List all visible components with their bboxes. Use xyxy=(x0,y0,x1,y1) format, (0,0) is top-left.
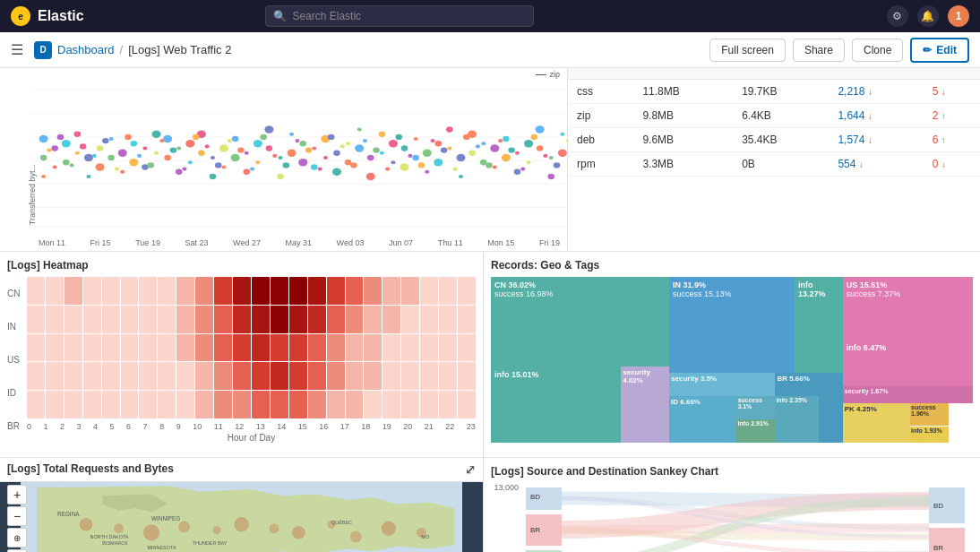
count-arrow-down: ↓ xyxy=(859,160,864,169)
info-235-label: info 2.35% xyxy=(776,397,817,403)
row-type: zip xyxy=(568,104,633,128)
heatmap-cell xyxy=(195,277,213,305)
svg-text:NORTH DAKOTA: NORTH DAKOTA xyxy=(90,534,129,539)
search-bar[interactable]: 🔍 Search Elastic xyxy=(265,5,534,27)
heatmap-cell xyxy=(83,391,101,418)
svg-point-55 xyxy=(266,145,273,151)
row-col1: 3.3MB xyxy=(633,152,733,177)
svg-point-117 xyxy=(102,138,109,143)
svg-point-24 xyxy=(86,175,90,178)
row-change: 2 ↑ xyxy=(924,104,980,128)
svg-point-43 xyxy=(198,151,205,156)
svg-point-19 xyxy=(62,140,71,147)
zoom-out-button[interactable]: − xyxy=(7,506,27,526)
svg-point-113 xyxy=(57,134,64,140)
fullscreen-button[interactable]: Full screen xyxy=(709,39,786,62)
heatmap-cell xyxy=(102,362,120,390)
svg-point-28 xyxy=(107,155,115,160)
user-avatar[interactable]: 1 xyxy=(948,5,969,27)
clone-button[interactable]: Clone xyxy=(852,39,903,62)
svg-point-143 xyxy=(395,134,402,140)
map-expand-icon[interactable]: ⤢ xyxy=(465,462,476,477)
in-label: IN 31.9% xyxy=(673,280,791,289)
svg-text:QUÉBEC: QUÉBEC xyxy=(331,520,352,525)
svg-point-167 xyxy=(270,523,279,533)
change-arrow-down: ↓ xyxy=(941,87,946,97)
svg-point-166 xyxy=(234,517,248,531)
svg-point-54 xyxy=(255,160,260,164)
heatmap-cell xyxy=(364,277,382,305)
svg-point-135 xyxy=(305,147,313,152)
heatmap-cell xyxy=(158,362,176,390)
svg-text:MINNESOTA: MINNESOTA xyxy=(148,545,176,550)
svg-point-163 xyxy=(143,524,159,540)
heatmap-cell xyxy=(252,277,270,305)
heatmap-cell xyxy=(383,277,400,305)
svg-point-62 xyxy=(298,159,307,166)
heatmap-cell xyxy=(346,306,364,333)
heatmap-cell xyxy=(364,334,382,362)
svg-point-123 xyxy=(170,147,177,152)
heatmap-cell xyxy=(102,277,120,305)
data-table: css 11.8MB 19.7KB 2,218 ↓ 5 ↓ zip 9.8MB … xyxy=(568,68,980,177)
edit-button[interactable]: ✏ Edit xyxy=(910,38,969,63)
settings-icon[interactable]: ⚙ xyxy=(887,5,908,27)
heatmap-cell xyxy=(64,334,82,362)
svg-point-150 xyxy=(476,144,480,148)
heatmap-cell xyxy=(401,306,419,333)
heatmap-cell xyxy=(346,362,364,390)
svg-point-74 xyxy=(366,173,375,180)
main-content: Transferred byt... zip 12,000 10,000 8,0… xyxy=(0,68,980,552)
share-button[interactable]: Share xyxy=(793,39,845,62)
security-label: security 4.02% xyxy=(623,368,667,384)
svg-point-90 xyxy=(459,175,463,178)
svg-point-29 xyxy=(118,150,127,157)
bottom-row: [Logs] Total Requests and Bytes ⤢ xyxy=(0,458,980,552)
svg-point-40 xyxy=(176,169,183,175)
heatmap-cell xyxy=(252,334,270,362)
heatmap-cell xyxy=(458,362,476,390)
svg-point-141 xyxy=(373,147,380,152)
map-panel-title: [Logs] Total Requests and Bytes ⤢ xyxy=(0,458,483,482)
heatmap-cell xyxy=(121,391,139,418)
heatmap-cell xyxy=(121,277,139,305)
row-count: 1,574 ↓ xyxy=(829,128,923,152)
heatmap-cell xyxy=(83,334,101,362)
heatmap-cell xyxy=(289,277,307,305)
col-change xyxy=(924,68,980,80)
svg-point-14 xyxy=(40,155,47,160)
tree-cell-id: ID 6.66% xyxy=(669,396,736,443)
svg-point-53 xyxy=(254,140,262,147)
svg-point-162 xyxy=(114,523,124,533)
heatmap-cell xyxy=(214,391,232,418)
svg-point-171 xyxy=(382,522,396,536)
heatmap-cell xyxy=(458,334,476,362)
zoom-in-button[interactable]: + xyxy=(7,485,27,505)
tree-cell-cn-info: info 15.01% xyxy=(491,367,621,443)
svg-point-80 xyxy=(400,163,408,170)
location-button[interactable]: ⊕ xyxy=(7,528,27,548)
svg-point-94 xyxy=(480,160,487,165)
heatmap-cell xyxy=(327,391,345,418)
svg-point-39 xyxy=(176,146,181,150)
heatmap-cell xyxy=(214,334,232,362)
heatmap-cell xyxy=(289,391,307,418)
change-arrow-up: ↑ xyxy=(941,111,946,121)
heatmap-cell xyxy=(83,362,101,390)
sankey-title: [Logs] Source and Destination Sankey Cha… xyxy=(491,465,973,478)
heatmap-cell xyxy=(139,306,157,333)
svg-point-126 xyxy=(205,144,210,148)
heatmap-y-labels: CN IN US ID BR xyxy=(7,277,23,443)
svg-point-21 xyxy=(75,151,80,155)
svg-point-87 xyxy=(447,146,451,150)
svg-point-16 xyxy=(41,175,46,178)
notifications-icon[interactable]: 🔔 xyxy=(917,5,939,27)
row-col1: 9.8MB xyxy=(633,104,733,128)
heatmap-x-title: Hour of Day xyxy=(27,433,476,443)
heatmap-cell xyxy=(364,391,382,418)
svg-point-119 xyxy=(125,134,132,140)
heatmap-cell xyxy=(195,306,213,333)
breadcrumb-parent[interactable]: Dashboard xyxy=(57,43,115,56)
heatmap-cell xyxy=(46,306,64,333)
hamburger-menu[interactable]: ☰ xyxy=(11,41,23,58)
